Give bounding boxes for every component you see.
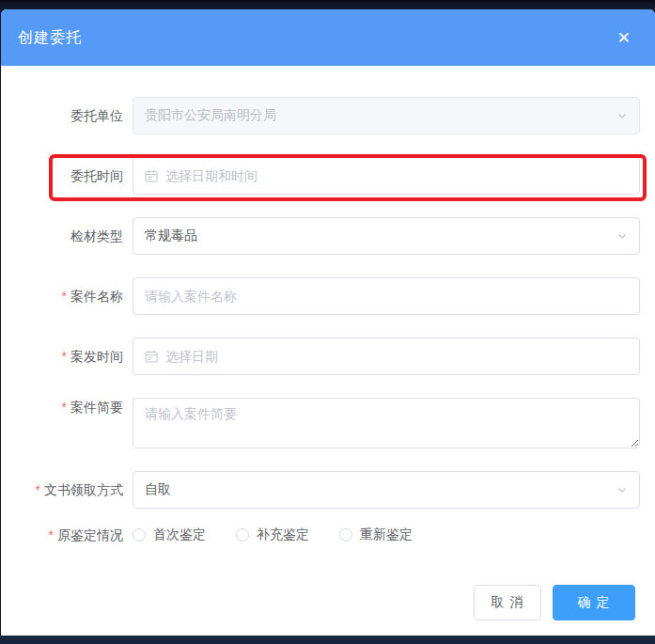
sample-type-value: 常规毒品	[145, 228, 197, 244]
required-mark: *	[49, 527, 54, 542]
required-mark: *	[62, 289, 67, 304]
required-mark: *	[62, 400, 67, 415]
field-row-original-appraisal: *原鉴定情况 首次鉴定 补充鉴定 重新鉴定	[1, 526, 640, 544]
page-background-top	[0, 0, 655, 9]
radio-supplementary-appraisal[interactable]: 补充鉴定	[236, 526, 309, 543]
incident-time-picker[interactable]	[133, 338, 640, 375]
sample-type-label: 检材类型	[1, 227, 133, 245]
entrust-time-input[interactable]	[165, 168, 628, 183]
incident-time-input[interactable]	[165, 349, 628, 364]
document-pickup-select[interactable]: 自取	[133, 471, 640, 509]
field-row-case-summary: *案件简要	[1, 398, 640, 448]
radio-circle-icon	[133, 528, 146, 542]
chevron-down-icon	[616, 110, 628, 121]
entrust-unit-label: 委托单位	[1, 106, 133, 125]
field-row-document-pickup: *文书领取方式 自取	[1, 471, 640, 509]
case-name-input[interactable]	[145, 289, 628, 304]
dialog-footer: 取 消 确 定	[1, 585, 640, 620]
calendar-icon	[145, 350, 158, 363]
case-name-label-text: 案件名称	[70, 289, 123, 304]
sample-type-select[interactable]: 常规毒品	[133, 217, 640, 255]
case-summary-label: *案件简要	[1, 398, 133, 416]
entrust-time-picker[interactable]	[133, 157, 640, 195]
entrust-unit-select[interactable]: 贵阳市公安局南明分局	[133, 97, 640, 134]
radio-circle-icon	[236, 528, 249, 542]
original-appraisal-radio-group: 首次鉴定 补充鉴定 重新鉴定	[133, 526, 640, 543]
radio-circle-icon	[339, 528, 352, 542]
dialog-body: 委托单位 贵阳市公安局南明分局 委托时间 检材类型 常规毒品	[1, 66, 655, 620]
case-summary-textarea[interactable]	[133, 398, 640, 448]
create-commission-dialog: 创建委托 ✕ 委托单位 贵阳市公安局南明分局 委托时间	[1, 9, 655, 636]
radio-first-appraisal-label: 首次鉴定	[153, 526, 206, 543]
field-row-case-name: *案件名称	[1, 277, 640, 315]
case-name-field[interactable]	[133, 277, 640, 315]
radio-re-appraisal-label: 重新鉴定	[360, 526, 413, 543]
page-background-bottom	[0, 636, 655, 644]
field-row-incident-time: *案发时间	[1, 338, 640, 375]
confirm-button[interactable]: 确 定	[553, 585, 635, 620]
document-pickup-value: 自取	[145, 481, 171, 498]
radio-supplementary-appraisal-label: 补充鉴定	[257, 526, 309, 543]
required-mark: *	[36, 482, 40, 497]
calendar-icon	[145, 169, 158, 182]
document-pickup-label: *文书领取方式	[1, 480, 133, 499]
chevron-down-icon	[616, 484, 628, 495]
document-pickup-label-text: 文书领取方式	[44, 482, 123, 497]
dialog-title: 创建委托	[18, 28, 82, 48]
case-name-label: *案件名称	[1, 287, 133, 306]
field-row-sample-type: 检材类型 常规毒品	[1, 217, 640, 255]
original-appraisal-label-text: 原鉴定情况	[57, 527, 123, 542]
chevron-down-icon	[616, 230, 628, 242]
dialog-header: 创建委托 ✕	[1, 9, 655, 66]
close-icon[interactable]: ✕	[617, 30, 631, 46]
radio-re-appraisal[interactable]: 重新鉴定	[339, 526, 413, 543]
field-row-entrust-unit: 委托单位 贵阳市公安局南明分局	[1, 97, 640, 134]
entrust-time-label: 委托时间	[1, 166, 133, 185]
original-appraisal-label: *原鉴定情况	[1, 526, 133, 544]
field-row-entrust-time: 委托时间	[1, 157, 640, 195]
case-summary-label-text: 案件简要	[70, 400, 123, 415]
incident-time-label-text: 案发时间	[70, 349, 123, 364]
radio-first-appraisal[interactable]: 首次鉴定	[133, 526, 206, 543]
required-mark: *	[62, 349, 67, 364]
cancel-button[interactable]: 取 消	[474, 585, 541, 620]
entrust-unit-value: 贵阳市公安局南明分局	[145, 107, 276, 124]
incident-time-label: *案发时间	[1, 347, 133, 366]
